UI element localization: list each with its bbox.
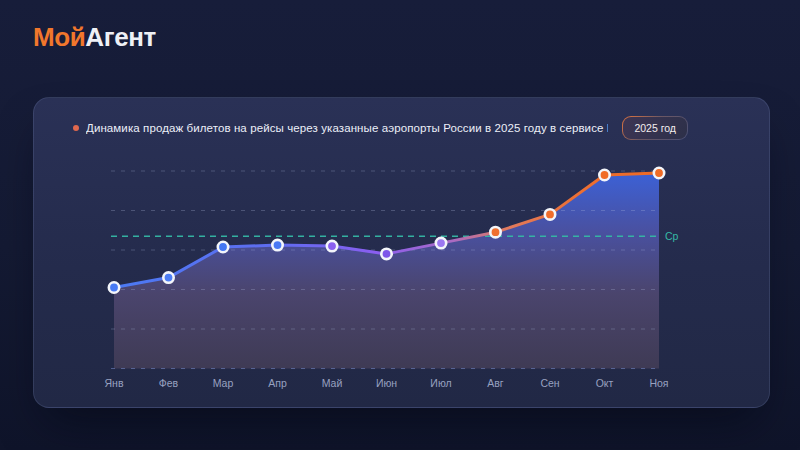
ticket-sales-chart[interactable]: СрЯнвФевМарАпрМайИюнИюлАвгСенОктНоя xyxy=(34,98,771,409)
chart-card: СрЯнвФевМарАпрМайИюнИюлАвгСенОктНоя Дина… xyxy=(33,97,770,408)
data-point-0[interactable] xyxy=(109,282,119,292)
data-point-6[interactable] xyxy=(436,238,446,248)
data-point-8[interactable] xyxy=(545,209,555,219)
year-badge[interactable]: 2025 год xyxy=(622,116,688,140)
chart-title: Динамика продаж билетов на рейсы через у… xyxy=(86,122,608,134)
data-point-4[interactable] xyxy=(327,241,337,251)
x-axis-label-2: Мар xyxy=(213,377,234,389)
average-line-label: Ср xyxy=(665,230,679,242)
data-point-3[interactable] xyxy=(272,240,282,250)
area-fill xyxy=(114,173,659,369)
x-axis-label-10: Ноя xyxy=(649,377,668,389)
data-point-7[interactable] xyxy=(490,227,500,237)
logo-part-primary: Мой xyxy=(33,22,85,52)
x-axis-label-5: Июн xyxy=(376,377,397,389)
data-point-9[interactable] xyxy=(599,170,609,180)
top-bar: МойАгент xyxy=(33,22,156,53)
x-axis-label-7: Авг xyxy=(487,377,504,389)
data-point-1[interactable] xyxy=(163,272,173,282)
x-axis-label-0: Янв xyxy=(105,377,124,389)
chart-card-header: Динамика продаж билетов на рейсы через у… xyxy=(73,115,688,141)
year-badge-label: 2025 год xyxy=(623,117,687,139)
data-point-5[interactable] xyxy=(381,249,391,259)
x-axis-label-4: Май xyxy=(322,377,343,389)
x-axis-label-8: Сен xyxy=(540,377,559,389)
app-logo: МойАгент xyxy=(33,22,156,53)
logo-part-secondary: Агент xyxy=(85,22,156,52)
legend-series-dot xyxy=(73,125,79,131)
data-point-10[interactable] xyxy=(654,168,664,178)
x-axis-label-9: Окт xyxy=(596,377,614,389)
x-axis-label-3: Апр xyxy=(268,377,287,389)
data-point-2[interactable] xyxy=(218,242,228,252)
x-axis-label-1: Фев xyxy=(159,377,179,389)
x-axis-label-6: Июл xyxy=(430,377,451,389)
